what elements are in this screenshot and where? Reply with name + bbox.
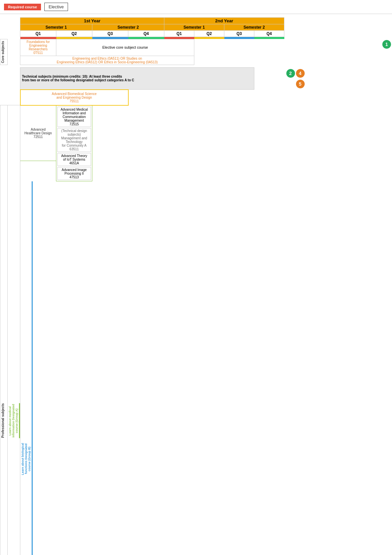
y2-sem1-header: Semester 1: [164, 24, 224, 31]
tech-header-row: Technical subjects (minimum credits: 10)…: [0, 68, 392, 90]
group-b-row: Learn about biologicalfunctions Designat…: [0, 181, 392, 555]
required-course-label: Required course: [4, 4, 41, 10]
healthcare-design-cell: AdvancedHealthcare Design72511: [20, 105, 56, 161]
color-bar-row: [0, 37, 392, 39]
legend-bar: Required course Elective: [0, 0, 392, 14]
year2-header: 2nd Year: [164, 18, 284, 24]
y2-sem2-header: Semester 2: [224, 24, 284, 31]
year1-header: 1st Year: [20, 18, 164, 24]
elective-core-cell: Elective core subject course: [56, 39, 194, 56]
year-header-row: 1st Year 2nd Year: [0, 18, 392, 24]
y2-q2-header: Q2: [194, 31, 224, 37]
tech-header-cell: Technical subjects (minimum credits: 10)…: [20, 68, 254, 90]
y2-q3-header: Q3: [224, 31, 254, 37]
main-schedule-table: 1st Year 2nd Year Semester 1 Semester 2 …: [0, 17, 392, 555]
q3-header: Q3: [92, 31, 128, 37]
tech-badges: 2 4 5: [284, 68, 307, 90]
q2-header: Q2: [56, 31, 92, 37]
y1-sem2-header: Semester 2: [92, 24, 164, 31]
core-side-label: Core subjects: [0, 39, 8, 65]
q4-header: Q4: [128, 31, 164, 37]
core-badge-1: 1: [307, 39, 392, 56]
professional-subjects-label: Professional subjects: [0, 105, 8, 555]
group-a-label-cell: Learn about medicalinformation Designate…: [8, 105, 20, 555]
group-a-row: Professional subjects Learn about medica…: [0, 105, 392, 161]
biomed-row: Advanced Biomedical Scienceand Engineeri…: [0, 90, 392, 105]
foundations-cell: Foundations forEngineering Researchers0T…: [20, 39, 56, 56]
y2-q4-header: Q4: [254, 31, 284, 37]
semester-header-row: Semester 1 Semester 2 Semester 1 Semeste…: [0, 24, 392, 31]
core-row1: Core subjects Foundations forEngineering…: [0, 39, 392, 56]
y2-q1-header: Q1: [164, 31, 194, 37]
core-row2: Engineering and Ethics (0A511) OR Studie…: [0, 56, 392, 65]
group-a-q2-cells: Advanced MedicalInformation andCommunica…: [56, 105, 92, 181]
ethics-cell: Engineering and Ethics (0A511) OR Studie…: [20, 56, 194, 65]
q1-header: Q1: [20, 31, 56, 37]
elective-label: Elective: [44, 3, 68, 11]
quarter-header-row: Q1 Q2 Q3 Q4 Q1 Q2 Q3 Q4: [0, 31, 392, 37]
biomed-cell: Advanced Biomedical Scienceand Engineeri…: [20, 90, 128, 105]
y1-sem1-header: Semester 1: [20, 24, 92, 31]
spacer1: [0, 65, 392, 68]
